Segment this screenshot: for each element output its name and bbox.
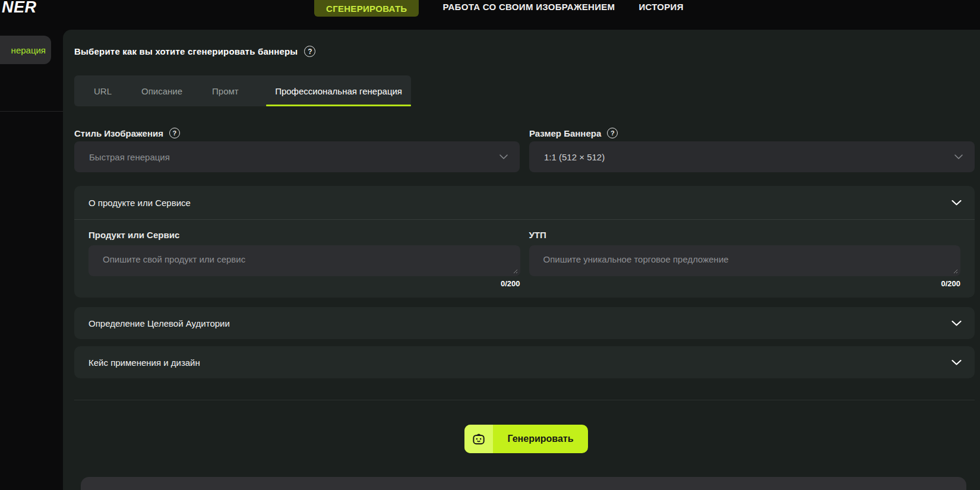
usp-char-counter: 0/200 [529,279,961,288]
main-panel: Выберите как вы хотите сгенерировать бан… [63,30,980,490]
usp-field-label: УТП [529,230,961,240]
section-audience-header[interactable]: Определение Целевой Аудитории [74,307,975,339]
chevron-down-icon [500,154,508,159]
bottom-panel [81,477,966,490]
top-bar: NER СГЕНЕРИРОВАТЬ РАБОТА СО СВОИМ ИЗОБРА… [0,0,980,30]
section-case-title: Кейс применения и дизайн [88,358,200,368]
section-product-body: Продукт или Сервис 0/200 УТП 0/200 [74,220,975,288]
tab-professional-generation[interactable]: Профессиональная генерация [266,75,411,106]
form-labels-row: Стиль Изображения ? Размер Баннера ? [74,128,975,138]
sidebar-item-generation[interactable]: нерация [0,36,51,64]
page-title: Выберите как вы хотите сгенерировать бан… [74,46,298,56]
help-icon[interactable]: ? [304,46,315,57]
section-product-title: О продукте или Сервисе [88,198,191,208]
app-logo: NER [2,0,37,17]
section-audience: Определение Целевой Аудитории [74,307,975,339]
size-select[interactable]: 1:1 (512 × 512) [529,141,975,172]
generation-mode-tabs: URL Описание Промт Профессиональная гене… [74,75,411,106]
nav-item-own-image[interactable]: РАБОТА СО СВОИМ ИЗОБРАЖЕНИЕМ [442,1,615,13]
generate-button[interactable]: Генерировать [464,425,588,453]
section-product-header[interactable]: О продукте или Сервисе [74,186,975,220]
generate-button-label: Генерировать [493,425,588,453]
section-case-header[interactable]: Кейс применения и дизайн [74,346,975,378]
style-label: Стиль Изображения [74,128,163,138]
tab-url[interactable]: URL [79,75,127,106]
nav-item-history[interactable]: ИСТОРИЯ [638,1,683,13]
chevron-down-icon [951,200,962,206]
style-help-icon[interactable]: ? [169,128,180,138]
robot-icon [464,425,493,453]
chevron-down-icon [951,360,962,365]
sidebar: нерация [0,30,63,490]
sidebar-divider [0,111,63,112]
section-case: Кейс применения и дизайн [74,346,975,378]
top-nav: СГЕНЕРИРОВАТЬ РАБОТА СО СВОИМ ИЗОБРАЖЕНИ… [314,0,684,17]
resize-handle-icon[interactable] [952,268,958,274]
product-field-label: Продукт или Сервис [88,230,520,240]
resize-handle-icon[interactable] [512,268,518,274]
section-audience-title: Определение Целевой Аудитории [88,318,230,328]
size-help-icon[interactable]: ? [607,128,618,138]
heading-row: Выберите как вы хотите сгенерировать бан… [74,46,315,57]
product-char-counter: 0/200 [88,279,520,288]
form-selects-row: Быстрая генерация 1:1 (512 × 512) [74,141,975,172]
content-divider [74,400,975,400]
section-product: О продукте или Сервисе Продукт или Серви… [74,186,975,298]
usp-textarea[interactable] [529,245,961,276]
style-select-value: Быстрая генерация [89,152,170,162]
nav-item-generate[interactable]: СГЕНЕРИРОВАТЬ [314,0,419,17]
product-textarea[interactable] [88,245,520,276]
chevron-down-icon [954,154,963,159]
size-label: Размер Баннера [529,128,601,138]
size-select-value: 1:1 (512 × 512) [544,152,605,162]
style-select[interactable]: Быстрая генерация [74,141,520,172]
tab-description[interactable]: Описание [127,75,197,106]
tab-prompt[interactable]: Промт [197,75,254,106]
chevron-down-icon [951,321,962,326]
